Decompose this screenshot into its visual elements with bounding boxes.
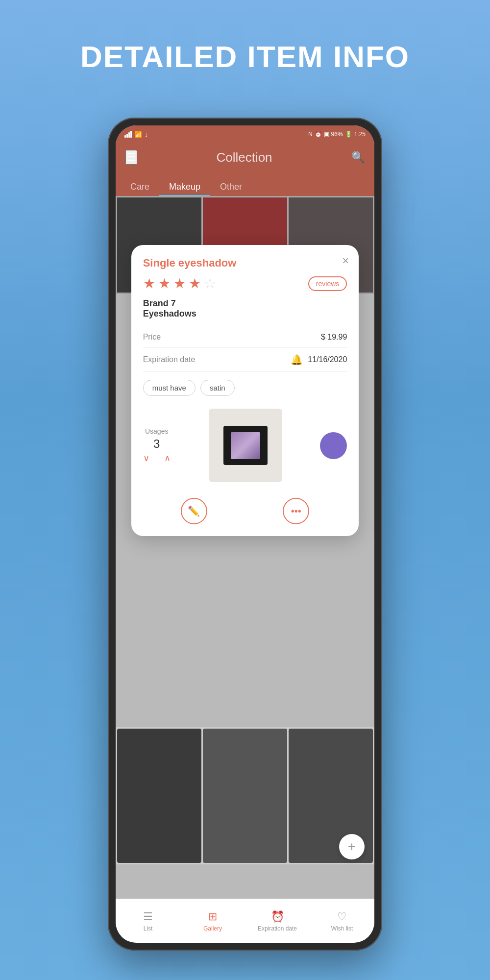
usages-label: Usages (143, 427, 171, 435)
grid-cell-1 (117, 729, 201, 863)
star-3: ★ (173, 275, 186, 292)
decrement-usages-button[interactable]: ∨ (143, 453, 149, 464)
product-image (209, 409, 282, 482)
star-4: ★ (189, 275, 201, 292)
expiry-value: 11/16/2020 (308, 355, 347, 364)
background-grid-bottom (116, 727, 374, 864)
search-button[interactable]: 🔍 (351, 151, 365, 164)
gallery-icon: ⊞ (208, 910, 217, 923)
rating-row: ★ ★ ★ ★ ☆ reviews (143, 275, 347, 292)
grid-cell-2 (203, 729, 287, 863)
tab-care[interactable]: Care (121, 178, 159, 196)
reviews-button[interactable]: reviews (308, 276, 347, 291)
wishlist-icon: ♡ (337, 910, 347, 923)
alarm-icon: ⏰ (315, 131, 322, 138)
nav-list-label: List (144, 925, 153, 932)
signal-icon (124, 131, 132, 138)
usages-value: 3 (143, 437, 171, 451)
nav-gallery[interactable]: ⊞ Gallery (180, 910, 245, 932)
nav-wishlist-label: Wish list (331, 925, 353, 932)
tag-satin: satin (200, 380, 235, 396)
nav-list[interactable]: ☰ List (116, 910, 180, 932)
tags-row: must have satin (143, 372, 347, 404)
battery-icon: ▣ (324, 131, 329, 138)
expiry-label: Expiration date (143, 355, 196, 364)
fab-button[interactable]: + (339, 834, 365, 859)
battery-percent: 96% (331, 131, 343, 138)
hamburger-button[interactable]: ☰ (125, 150, 137, 165)
category-name: Eyeshadows (143, 309, 347, 319)
nav-wishlist[interactable]: ♡ Wish list (310, 910, 374, 932)
edit-button[interactable]: ✏️ (181, 498, 207, 524)
nav-gallery-label: Gallery (203, 925, 222, 932)
color-swatch[interactable] (320, 432, 347, 459)
status-bar: 📶 ↓ N ⏰ ▣ 96% 🔋 1:25 (116, 125, 374, 143)
star-2: ★ (158, 275, 171, 292)
tab-makeup[interactable]: Makeup (159, 178, 210, 196)
tag-must-have: must have (143, 380, 196, 396)
item-detail-modal: × Single eyeshadow ★ ★ ★ ★ ☆ reviews (131, 245, 359, 536)
wifi-icon: 📶 (134, 131, 142, 138)
nfc-icon: N (308, 131, 313, 138)
expiry-row: Expiration date 🔔 11/16/2020 (143, 348, 347, 372)
phone-frame: 📶 ↓ N ⏰ ▣ 96% 🔋 1:25 ☰ Collection 🔍 (108, 118, 382, 951)
star-5: ☆ (204, 275, 216, 292)
product-section: Usages 3 ∨ ∧ (143, 404, 347, 490)
tab-other[interactable]: Other (210, 178, 252, 196)
download-icon: ↓ (145, 131, 148, 138)
price-value: $ 19.99 (321, 333, 347, 342)
app-bar: ☰ Collection 🔍 (116, 143, 374, 172)
nav-expiration[interactable]: ⏰ Expiration date (245, 910, 310, 932)
app-bar-title: Collection (216, 150, 272, 165)
modal-title: Single eyeshadow (143, 257, 347, 270)
battery-bar: 🔋 (345, 131, 352, 138)
brand-name: Brand 7 (143, 298, 347, 309)
increment-usages-button[interactable]: ∧ (164, 453, 171, 464)
price-label: Price (143, 333, 161, 342)
nav-expiration-label: Expiration date (258, 925, 297, 932)
close-button[interactable]: × (342, 254, 349, 268)
more-icon: ••• (291, 506, 301, 517)
modal-actions: ✏️ ••• (143, 490, 347, 524)
star-1: ★ (143, 275, 155, 292)
page-title: DETAILED ITEM INFO (0, 0, 490, 74)
bottom-nav: ☰ List ⊞ Gallery ⏰ Expiration date ♡ Wis… (116, 899, 374, 943)
tabs-bar: Care Makeup Other (116, 172, 374, 196)
edit-icon: ✏️ (188, 505, 200, 517)
usages-control: Usages 3 ∨ ∧ (143, 427, 171, 464)
bell-icon[interactable]: 🔔 (291, 354, 303, 366)
price-row: Price $ 19.99 (143, 327, 347, 348)
expiration-icon: ⏰ (271, 910, 284, 923)
list-icon: ☰ (143, 910, 153, 923)
stars: ★ ★ ★ ★ ☆ (143, 275, 216, 292)
more-button[interactable]: ••• (283, 498, 309, 524)
clock: 1:25 (354, 131, 366, 138)
